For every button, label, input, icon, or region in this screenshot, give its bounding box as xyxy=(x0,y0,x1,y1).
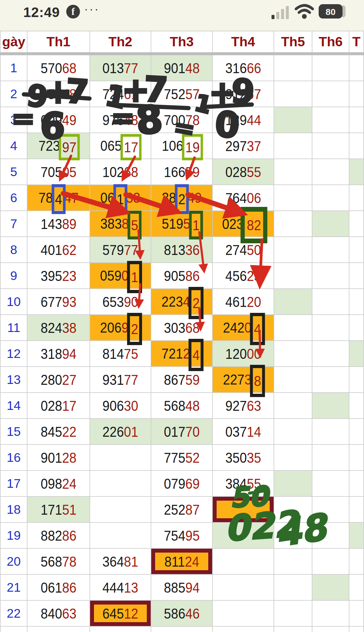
empty-cell xyxy=(349,496,364,522)
result-cell xyxy=(349,522,364,548)
draw-number: 31894 xyxy=(41,345,76,362)
table-row: 1402817906305684892763 xyxy=(0,393,364,419)
result-cell: 44413 xyxy=(90,574,151,600)
day-number: 21 xyxy=(0,574,27,600)
empty-cell xyxy=(212,548,274,574)
draw-number: 57977 xyxy=(102,242,138,258)
digit-box-lime: 97 xyxy=(58,134,80,160)
result-cell xyxy=(212,522,274,548)
result-cell: 56878 xyxy=(27,548,90,574)
digit-box-dg: 1 xyxy=(189,211,203,239)
digit-box-blk: 4 xyxy=(250,313,265,345)
empty-cell xyxy=(274,211,312,237)
table-row: 21061864441388594 xyxy=(0,574,364,600)
draw-number: 10268 xyxy=(102,164,138,180)
draw-number: 12944 xyxy=(225,112,261,128)
result-cell: 77552 xyxy=(151,445,212,470)
result-cell: 35035 xyxy=(212,445,274,470)
result-cell: 84522 xyxy=(27,419,90,445)
day-number: 18 xyxy=(0,496,27,522)
draw-number: 01377 xyxy=(102,60,138,76)
empty-cell xyxy=(312,341,349,367)
result-cell: 57068 xyxy=(27,54,90,81)
header-th1: Th1 xyxy=(27,31,90,54)
result-cell: 03714 xyxy=(212,419,274,445)
draw-number: 12000 xyxy=(225,345,261,362)
result-cell: 12944 xyxy=(212,107,274,133)
day-number: 15 xyxy=(0,419,27,445)
empty-cell xyxy=(274,419,312,445)
result-cell: 02855 xyxy=(212,159,274,185)
draw-number: 88594 xyxy=(164,579,200,596)
result-cell: 70505 xyxy=(27,159,90,185)
draw-number: 29737 xyxy=(225,138,261,154)
empty-cell xyxy=(312,81,349,107)
draw-number: 06133 xyxy=(100,189,140,206)
battery-percent: 80 xyxy=(326,7,335,17)
draw-number: 38249 xyxy=(162,189,202,206)
empty-cell xyxy=(274,445,312,470)
draw-number: 70505 xyxy=(41,164,76,180)
table-row: 1182438206923036824204 xyxy=(0,315,364,341)
result-cell: 90148 xyxy=(151,54,212,81)
draw-number: 10619 xyxy=(162,137,202,154)
table-row: 939523059019058645625 xyxy=(0,263,364,289)
digit-box-lime: 19 xyxy=(182,134,203,160)
table-row: 16901287755235035 xyxy=(0,445,364,470)
maroon-framed-cell: 81124 xyxy=(151,549,212,574)
result-cell xyxy=(312,393,349,419)
result-cell: 56848 xyxy=(151,393,212,419)
day-number: 16 xyxy=(0,445,27,470)
day-number: 11 xyxy=(0,315,27,341)
draw-number: 57022 xyxy=(41,631,76,632)
empty-cell xyxy=(274,600,312,626)
result-cell: 88286 xyxy=(27,522,90,548)
draw-number: 46120 xyxy=(225,293,261,310)
empty-cell xyxy=(274,341,312,367)
empty-cell xyxy=(312,107,349,133)
draw-number: 84063 xyxy=(41,605,76,622)
result-cell: 40162 xyxy=(27,237,90,263)
table-row: 157068013779014831666 xyxy=(0,54,364,81)
result-cell xyxy=(312,574,349,600)
empty-cell xyxy=(349,393,364,419)
draw-number: 39523 xyxy=(41,267,76,284)
empty-cell xyxy=(274,315,312,341)
result-cell: 09824 xyxy=(27,470,90,496)
draw-number: 20692 xyxy=(100,319,141,336)
draw-number: 81475 xyxy=(102,345,138,362)
draw-number: 70078 xyxy=(164,112,200,128)
clock-time: 12:49 xyxy=(23,4,60,20)
draw-number: 75495 xyxy=(164,527,200,544)
empty-cell xyxy=(349,133,364,159)
draw-number: 90630 xyxy=(102,397,138,414)
empty-cell xyxy=(312,626,349,632)
result-cell: 77514 xyxy=(151,626,212,632)
result-cell: 38249 xyxy=(151,185,212,211)
draw-number: 76406 xyxy=(225,190,261,206)
empty-cell xyxy=(274,522,312,548)
draw-number: 45748 xyxy=(41,86,76,102)
empty-cell xyxy=(312,445,349,470)
empty-cell xyxy=(274,574,312,600)
result-cell xyxy=(312,211,349,237)
result-cell: 06517 xyxy=(90,133,151,159)
draw-number: 90148 xyxy=(164,60,200,76)
table-row: 714389383855195102382 xyxy=(0,211,364,237)
day-number: 9 xyxy=(0,263,27,289)
empty-cell xyxy=(274,496,312,522)
result-cell: 67793 xyxy=(27,289,90,315)
empty-cell xyxy=(349,574,364,600)
result-cell: 45748 xyxy=(27,81,90,107)
result-cell: 22601 xyxy=(90,419,151,445)
result-cell xyxy=(349,159,364,185)
result-cell: 45625 xyxy=(212,263,274,289)
empty-cell xyxy=(349,548,364,574)
day-number: 19 xyxy=(0,522,27,548)
result-cell: 88594 xyxy=(151,574,212,600)
day-number: 5 xyxy=(0,159,27,185)
empty-cell xyxy=(312,367,349,393)
empty-cell xyxy=(274,237,312,263)
empty-cell xyxy=(312,133,349,159)
battery-icon: 80 xyxy=(319,4,346,19)
